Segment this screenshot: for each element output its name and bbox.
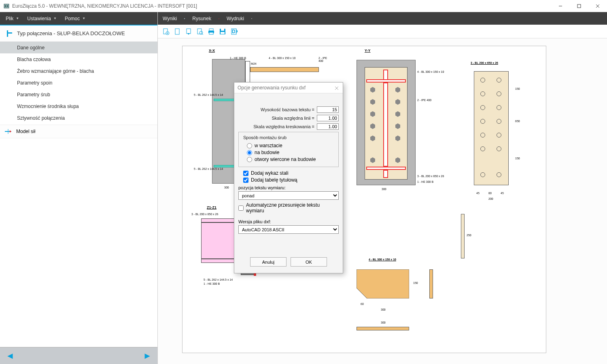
bolt-mounting-label: Sposób montażu śrub (242, 135, 288, 140)
dim-300-yy: 300 (382, 188, 386, 190)
icon-bar: DXF (158, 25, 607, 38)
svg-marker-10 (10, 130, 11, 133)
tab-wydruki[interactable]: Wydruki (223, 12, 247, 25)
base-text-height-label: Wysokość bazowa tekstu = (238, 107, 317, 112)
svg-marker-45 (395, 123, 400, 129)
model-sil-header[interactable]: Model sił (0, 125, 157, 138)
preview-icon[interactable] (194, 26, 206, 37)
app-icon (3, 3, 10, 9)
svg-marker-47 (395, 135, 400, 141)
rel-line-scale-label: Skala względna linii = (238, 116, 317, 121)
dialog-titlebar[interactable]: Opcje generowania rysunku dxf (234, 83, 343, 93)
svg-marker-40 (370, 99, 375, 105)
maximize-button[interactable] (570, 0, 588, 12)
sidebar: Typ połączenia - SŁUP-BELKA DOCZOŁOWE Da… (0, 25, 157, 364)
base-text-height-input[interactable] (317, 106, 339, 113)
tab-rysunek-label: Rysunek (192, 16, 211, 21)
check-steel-list-label: Dodaj wykaz stali (251, 170, 289, 176)
label-bl200x650-yy: 3 - BL 200 x 650 x 26 (417, 175, 444, 178)
dim-60-bl: 60 (361, 303, 364, 305)
right-toolbar: Wyniki Rysunek Wydruki (158, 12, 607, 25)
svg-marker-26 (187, 33, 190, 35)
tab-wydruki-label: Wydruki (227, 16, 244, 21)
chevron-down-icon: ▼ (16, 17, 19, 20)
rel-hatch-scale-input[interactable] (317, 123, 339, 130)
sidebar-item-parametry-srub[interactable]: Parametry śrub (0, 89, 157, 100)
sidebar-item-parametry-spoin[interactable]: Parametry spoin (0, 77, 157, 89)
print-icon[interactable] (248, 15, 255, 22)
menu-pomoc[interactable]: Pomoc▼ (61, 12, 89, 25)
tab-wyniki[interactable]: Wyniki (159, 12, 180, 25)
svg-rect-14 (185, 18, 185, 19)
nav-footer: ◄ ► (0, 347, 157, 364)
radio-workshop-label: w warsztacie (255, 143, 282, 148)
svg-rect-25 (187, 29, 191, 34)
label-he300b-yy: 1 - HE 300 B (417, 180, 433, 183)
dim-text-pos-label: pozycja tekstu wymiaru: (238, 185, 339, 190)
dim-80-pl: 80 (488, 192, 492, 195)
dim-150-pl: 150 (515, 87, 520, 90)
radio-site-label: na budowie (255, 150, 279, 155)
svg-rect-24 (175, 29, 179, 34)
check-title-table[interactable]: Dodaj tabelę tytułową (243, 177, 339, 183)
tab-rysunek[interactable]: Rysunek (189, 12, 214, 25)
new-doc-icon[interactable] (160, 26, 172, 37)
svg-marker-46 (370, 135, 375, 141)
svg-rect-4 (577, 4, 581, 8)
radio-workshop[interactable]: w warsztacie (247, 143, 335, 148)
nav-prev-icon[interactable]: ◄ (6, 351, 15, 361)
svg-rect-2 (7, 5, 8, 7)
menu-pomoc-label: Pomoc (65, 16, 80, 21)
dialog-buttons: Anuluj OK (234, 252, 343, 273)
left-panel: Plik▼ Ustawienia▼ Pomoc▼ Typ połączenia … (0, 12, 158, 364)
svg-rect-0 (4, 4, 9, 8)
menu-plik[interactable]: Plik▼ (2, 12, 23, 25)
rysunek-icon[interactable] (215, 15, 223, 22)
sidebar-item-wzmocnienie[interactable]: Wzmocnienie środnika słupa (0, 100, 157, 112)
cancel-button[interactable]: Anuluj (250, 257, 287, 267)
close-button[interactable] (588, 0, 607, 12)
svg-marker-41 (395, 99, 400, 105)
svg-rect-34 (221, 29, 224, 31)
connection-type-header[interactable]: Typ połączenia - SŁUP-BELKA DOCZOŁOWE (0, 25, 157, 42)
svg-rect-31 (209, 29, 213, 31)
radio-site[interactable]: na budowie (247, 150, 335, 155)
sidebar-item-blacha-czolowa[interactable]: Blacha czołowa (0, 53, 157, 65)
dxf-version-label: Wersja pliku dxf: (238, 219, 339, 224)
menu-ustawienia-label: Ustawienia (27, 16, 51, 21)
save-icon[interactable] (217, 26, 228, 37)
label-ipe400-xx: 2 - IPE 400 (318, 57, 329, 62)
doc-down-icon[interactable] (183, 26, 194, 37)
sidebar-item-dane-ogolne[interactable]: Dane ogólne (0, 42, 157, 53)
check-steel-list[interactable]: Dodaj wykaz stali (243, 170, 339, 176)
radio-drilled[interactable]: otwory wiercone na budowie (247, 157, 335, 162)
sidebar-item-zebro[interactable]: Żebro wzmacniające górne - blacha (0, 65, 157, 77)
gold-polygon (357, 269, 409, 298)
svg-marker-50 (357, 269, 409, 298)
svg-rect-7 (7, 30, 8, 37)
minimize-button[interactable] (551, 0, 570, 12)
menu-ustawienia[interactable]: Ustawienia▼ (23, 12, 61, 25)
ok-button[interactable]: OK (291, 257, 327, 267)
check-auto-shift[interactable]: Automatyczne przesunięcie tekstu wymiaru (238, 202, 339, 214)
dxf-version-select[interactable]: AutoCAD 2018 ASCII (238, 225, 339, 234)
doc-icon[interactable] (172, 26, 183, 37)
sidebar-item-sztywnosc[interactable]: Sztywność połączenia (0, 112, 157, 124)
svg-marker-43 (395, 111, 400, 117)
nav-next-icon[interactable]: ► (143, 351, 152, 361)
model-sil-label: Model sił (16, 129, 35, 134)
print-icon-2[interactable] (206, 26, 217, 37)
svg-marker-38 (370, 87, 375, 93)
label-bl300x150-yy: 4 - BL 300 x 150 x 10 (417, 70, 444, 73)
dialog-close-button[interactable] (331, 83, 343, 93)
dim-150-pl2: 150 (515, 157, 520, 160)
dxf-icon[interactable]: DXF (228, 26, 240, 37)
view-endplate: 150 650 150 45 80 45 200 (474, 55, 543, 201)
dim-text-pos-select[interactable]: ponad (238, 191, 339, 200)
window-controls (551, 0, 607, 12)
dim-650-pl: 650 (515, 120, 520, 123)
wyniki-icon[interactable] (181, 15, 188, 22)
svg-rect-35 (221, 32, 225, 34)
svg-rect-13 (185, 18, 185, 19)
rel-line-scale-input[interactable] (317, 115, 339, 121)
